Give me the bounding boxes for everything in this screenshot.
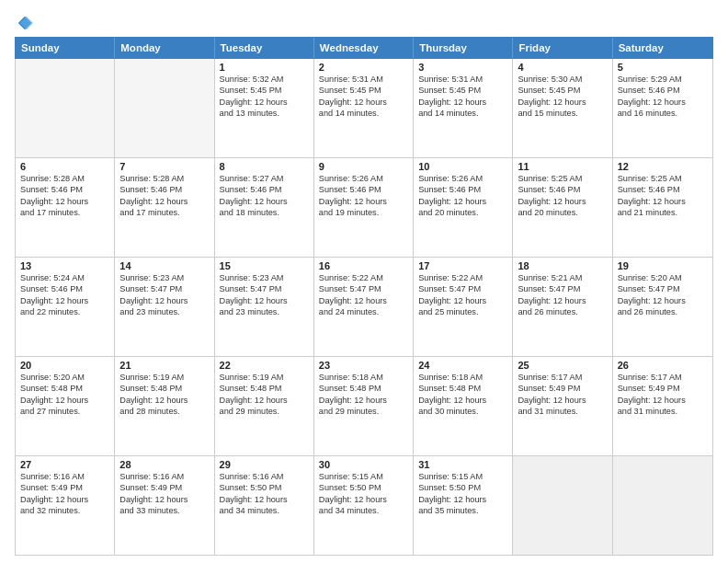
cell-line: Sunrise: 5:31 AM — [418, 74, 507, 85]
day-number: 3 — [418, 62, 507, 73]
cell-line: Sunset: 5:50 PM — [319, 482, 408, 493]
cell-line: Sunrise: 5:25 AM — [518, 173, 607, 184]
cell-line: Sunset: 5:46 PM — [220, 184, 309, 195]
cell-line: Sunrise: 5:16 AM — [20, 471, 109, 482]
cell-line: and 24 minutes. — [319, 306, 408, 317]
day-number: 16 — [319, 260, 408, 271]
cell-line: and 20 minutes. — [518, 207, 607, 218]
cell-line: Daylight: 12 hours — [618, 395, 708, 406]
cell-line: Daylight: 12 hours — [518, 295, 607, 306]
cell-line: Daylight: 12 hours — [618, 295, 708, 306]
cell-line: Sunset: 5:46 PM — [418, 184, 507, 195]
header-day-sunday: Sunday — [16, 38, 115, 58]
cell-line: Daylight: 12 hours — [119, 196, 209, 207]
cell-line: Sunrise: 5:22 AM — [319, 272, 408, 283]
cell-line: and 31 minutes. — [518, 406, 607, 417]
cell-line: Sunset: 5:46 PM — [518, 184, 607, 195]
cell-line: Daylight: 12 hours — [518, 395, 607, 406]
cell-line: Sunset: 5:48 PM — [319, 383, 408, 394]
cell-line: Daylight: 12 hours — [220, 395, 309, 406]
cell-line: Sunset: 5:49 PM — [618, 383, 708, 394]
cell-line: Sunrise: 5:30 AM — [518, 74, 607, 85]
cal-cell: 21Sunrise: 5:19 AMSunset: 5:48 PMDayligh… — [115, 357, 214, 455]
cell-line: Sunset: 5:47 PM — [119, 283, 209, 294]
cal-cell: 11Sunrise: 5:25 AMSunset: 5:46 PMDayligh… — [513, 158, 612, 257]
cell-line: and 19 minutes. — [319, 207, 408, 218]
logo-icon — [17, 15, 33, 31]
day-number: 26 — [618, 360, 708, 371]
cell-line: Sunrise: 5:15 AM — [418, 471, 507, 482]
day-number: 7 — [119, 161, 209, 172]
cell-line: and 23 minutes. — [119, 306, 209, 317]
cal-cell: 3Sunrise: 5:31 AMSunset: 5:45 PMDaylight… — [414, 59, 513, 157]
cell-line: and 33 minutes. — [119, 505, 209, 516]
cell-line: and 22 minutes. — [20, 306, 109, 317]
cell-line: and 31 minutes. — [618, 406, 708, 417]
cell-line: Daylight: 12 hours — [319, 494, 408, 505]
day-number: 23 — [319, 360, 408, 371]
cell-line: Sunrise: 5:27 AM — [220, 173, 309, 184]
cell-line: Sunrise: 5:18 AM — [319, 372, 408, 383]
day-number: 15 — [220, 260, 309, 271]
cell-line: and 26 minutes. — [518, 306, 607, 317]
cell-line: and 14 minutes. — [319, 108, 408, 119]
day-number: 5 — [618, 62, 708, 73]
day-number: 9 — [319, 161, 408, 172]
cell-line: Sunset: 5:49 PM — [20, 482, 109, 493]
day-number: 12 — [618, 161, 708, 172]
cell-line: and 17 minutes. — [20, 207, 109, 218]
cell-line: Daylight: 12 hours — [20, 295, 109, 306]
cell-line: Daylight: 12 hours — [618, 196, 708, 207]
cal-cell: 7Sunrise: 5:28 AMSunset: 5:46 PMDaylight… — [115, 158, 214, 257]
day-number: 31 — [418, 459, 507, 470]
cell-line: Daylight: 12 hours — [618, 97, 708, 108]
cell-line: and 35 minutes. — [418, 505, 507, 516]
cell-line: Sunrise: 5:16 AM — [220, 471, 309, 482]
cal-cell — [513, 456, 612, 555]
cell-line: Daylight: 12 hours — [20, 494, 109, 505]
cell-line: Sunset: 5:49 PM — [119, 482, 209, 493]
cell-line: Sunrise: 5:16 AM — [119, 471, 209, 482]
day-number: 27 — [20, 459, 109, 470]
cell-line: and 17 minutes. — [119, 207, 209, 218]
header-day-monday: Monday — [115, 38, 214, 58]
cell-line: Sunset: 5:46 PM — [618, 184, 708, 195]
cell-line: and 34 minutes. — [220, 505, 309, 516]
cal-cell: 24Sunrise: 5:18 AMSunset: 5:48 PMDayligh… — [414, 357, 513, 455]
cell-line: Sunrise: 5:28 AM — [20, 173, 109, 184]
cell-line: Sunset: 5:46 PM — [119, 184, 209, 195]
calendar-row-4: 27Sunrise: 5:16 AMSunset: 5:49 PMDayligh… — [16, 456, 712, 555]
cell-line: and 27 minutes. — [20, 406, 109, 417]
cell-line: Daylight: 12 hours — [319, 97, 408, 108]
cell-line: Daylight: 12 hours — [220, 196, 309, 207]
cell-line: Sunrise: 5:29 AM — [618, 74, 708, 85]
cell-line: Sunset: 5:45 PM — [518, 85, 607, 96]
cell-line: Sunrise: 5:26 AM — [418, 173, 507, 184]
calendar-row-3: 20Sunrise: 5:20 AMSunset: 5:48 PMDayligh… — [16, 357, 712, 456]
cal-cell: 23Sunrise: 5:18 AMSunset: 5:48 PMDayligh… — [314, 357, 414, 455]
cal-cell: 27Sunrise: 5:16 AMSunset: 5:49 PMDayligh… — [16, 456, 115, 555]
cell-line: Sunset: 5:46 PM — [319, 184, 408, 195]
header-day-tuesday: Tuesday — [215, 38, 314, 58]
cell-line: Daylight: 12 hours — [418, 295, 507, 306]
day-number: 1 — [220, 62, 309, 73]
cell-line: Sunset: 5:45 PM — [418, 85, 507, 96]
cell-line: and 13 minutes. — [220, 108, 309, 119]
cell-line: Sunset: 5:48 PM — [418, 383, 507, 394]
cell-line: Sunrise: 5:28 AM — [119, 173, 209, 184]
cell-line: Sunrise: 5:18 AM — [418, 372, 507, 383]
cell-line: Daylight: 12 hours — [20, 196, 109, 207]
cell-line: Daylight: 12 hours — [418, 395, 507, 406]
cell-line: Sunrise: 5:21 AM — [518, 272, 607, 283]
cell-line: Sunrise: 5:24 AM — [20, 272, 109, 283]
day-number: 30 — [319, 459, 408, 470]
cal-cell: 13Sunrise: 5:24 AMSunset: 5:46 PMDayligh… — [16, 258, 115, 356]
cal-cell: 18Sunrise: 5:21 AMSunset: 5:47 PMDayligh… — [513, 258, 612, 356]
cell-line: Daylight: 12 hours — [20, 395, 109, 406]
day-number: 17 — [418, 260, 507, 271]
header-day-saturday: Saturday — [613, 38, 712, 58]
day-number: 13 — [20, 260, 109, 271]
day-number: 19 — [618, 260, 708, 271]
cell-line: Daylight: 12 hours — [119, 295, 209, 306]
cell-line: Daylight: 12 hours — [220, 295, 309, 306]
